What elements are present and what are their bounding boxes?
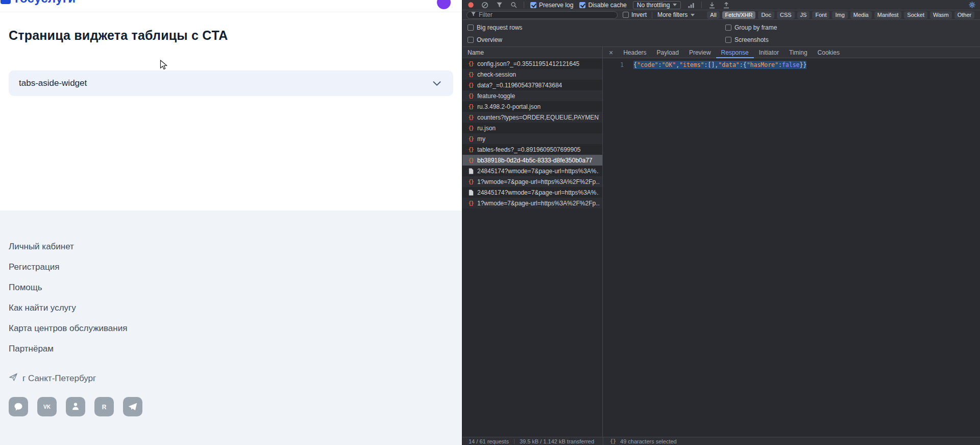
json-token: :	[778, 61, 782, 68]
filter-chip-all[interactable]: All	[707, 11, 719, 19]
checkbox[interactable]	[623, 12, 629, 18]
accordion-label: tabs-aside-widget	[19, 78, 87, 88]
network-request-row[interactable]: {}1?wmode=7&page-url=https%3A%2F%2Fp…	[462, 176, 602, 187]
messenger-icon[interactable]	[9, 397, 28, 416]
request-name: my	[477, 135, 485, 143]
vk-icon[interactable]: VK	[37, 397, 57, 416]
json-icon: {}	[468, 179, 474, 184]
footer-link[interactable]: Как найти услугу	[9, 303, 76, 313]
network-request-row[interactable]: {}counters?types=ORDER,EQUEUE,PAYMENT,G…	[462, 112, 602, 123]
network-request-row[interactable]: {}feature-toggle	[462, 90, 602, 101]
network-request-row[interactable]: {}ru.3.498.2-0-portal.json	[462, 101, 602, 112]
format-json-icon[interactable]: {}	[610, 438, 616, 444]
checkbox[interactable]	[530, 2, 536, 8]
network-option-screenshots[interactable]: Screenshots	[725, 34, 777, 46]
filter-chip-manifest[interactable]: Manifest	[874, 11, 902, 19]
settings-gear-icon[interactable]	[968, 1, 976, 9]
tab-response[interactable]: Response	[716, 47, 754, 58]
close-icon[interactable]: ×	[603, 49, 618, 57]
request-name: check-session	[477, 71, 516, 78]
devtools-panel: Preserve log Disable cache No throttling	[462, 0, 980, 445]
filter-chip-js[interactable]: JS	[797, 11, 810, 19]
network-request-row[interactable]: {}my	[462, 133, 602, 144]
network-filter-box[interactable]	[467, 11, 618, 19]
network-status: 14 / 61 requests 39.5 kB / 1.142 kB tran…	[462, 438, 594, 444]
footer-link[interactable]: Карта центров обслуживания	[9, 323, 127, 334]
filter-chip-doc[interactable]: Doc	[758, 11, 774, 19]
request-name: 1?wmode=7&page-url=https%3A%2F%2Fp…	[477, 178, 599, 185]
footer-link[interactable]: Партнёрам	[9, 344, 54, 354]
response-code-line[interactable]: {"code":"OK","items":[],"data":{"hasMore…	[633, 61, 806, 69]
divider	[652, 12, 652, 18]
network-request-row[interactable]: {}data?_=0.11960543798743684	[462, 80, 602, 90]
request-name: tables-feeds?_=0.8919609507699905	[477, 146, 581, 153]
json-token: "code"	[637, 61, 658, 68]
filter-chip-other[interactable]: Other	[954, 11, 975, 19]
tab-initiator[interactable]: Initiator	[754, 47, 784, 58]
network-request-row[interactable]: 24845174?wmode=7&page-url=https%3A%…	[462, 166, 602, 176]
request-name: bb38918b-0d2d-4b5c-8333-d8fe350b0a77	[477, 157, 593, 164]
site-logo[interactable]: госуслуги	[15, 0, 76, 6]
invert-checkbox[interactable]: Invert	[623, 11, 647, 18]
filter-chip-wasm[interactable]: Wasm	[930, 11, 952, 19]
footer-link[interactable]: Регистрация	[9, 262, 59, 272]
json-token: }}	[800, 61, 807, 68]
footer-link[interactable]: Личный кабинет	[9, 242, 74, 252]
network-option-group-by-frame[interactable]: Group by frame	[725, 21, 777, 34]
filter-chip-font[interactable]: Font	[812, 11, 829, 19]
filter-chip-fetchxhr[interactable]: Fetch/XHR	[722, 11, 756, 19]
more-filters-dropdown[interactable]: More filters	[657, 11, 695, 19]
json-icon: {}	[468, 147, 474, 152]
network-option-big-request-rows[interactable]: Big request rows	[468, 21, 522, 34]
throttling-select[interactable]: No throttling	[633, 1, 681, 9]
option-label: Overview	[477, 36, 502, 43]
network-request-row[interactable]: {}ru.json	[462, 123, 602, 133]
avatar[interactable]	[437, 0, 451, 9]
record-icon[interactable]	[467, 1, 475, 9]
network-request-row[interactable]: 24845174?wmode=7&page-url=https%3A%…	[462, 187, 602, 198]
network-request-row[interactable]: {}tables-feeds?_=0.8919609507699905	[462, 144, 602, 155]
location-row[interactable]: г Санкт-Петербург	[9, 372, 96, 384]
rutube-icon[interactable]: R	[94, 397, 114, 416]
export-har-icon[interactable]	[722, 1, 730, 9]
network-request-row[interactable]: {}check-session	[462, 69, 602, 80]
footer-link[interactable]: Помощь	[9, 283, 42, 293]
response-content[interactable]: 1 {"code":"OK","items":[],"data":{"hasMo…	[603, 58, 980, 437]
network-option-overview[interactable]: Overview	[468, 34, 522, 46]
checkbox[interactable]	[468, 25, 474, 31]
tab-cookies[interactable]: Cookies	[813, 47, 845, 58]
disable-cache-checkbox[interactable]: Disable cache	[579, 2, 626, 9]
filter-funnel-icon[interactable]	[495, 1, 503, 9]
filter-chip-media[interactable]: Media	[850, 11, 872, 19]
telegram-icon[interactable]	[123, 397, 142, 416]
tab-timing[interactable]: Timing	[784, 47, 813, 58]
chevron-down-icon	[673, 4, 677, 6]
transfer-summary: 39.5 kB / 1.142 kB transferred	[520, 438, 594, 444]
tab-preview[interactable]: Preview	[684, 47, 716, 58]
filter-chip-css[interactable]: CSS	[777, 11, 795, 19]
network-request-row[interactable]: {}bb38918b-0d2d-4b5c-8333-d8fe350b0a77	[462, 155, 602, 166]
import-har-icon[interactable]	[708, 1, 716, 9]
selection-summary: 49 characters selected	[620, 438, 677, 444]
network-request-row[interactable]: {}config.json?_=0.35511951412121645	[462, 58, 602, 69]
accordion-tabs-aside-widget[interactable]: tabs-aside-widget	[9, 71, 453, 96]
checkbox[interactable]	[468, 37, 474, 43]
json-token: :{	[740, 61, 747, 68]
checkbox[interactable]	[725, 25, 731, 31]
tab-payload[interactable]: Payload	[652, 47, 684, 58]
network-request-row[interactable]: {}1?wmode=7&page-url=https%3A%2F%2Fp…	[462, 198, 602, 208]
disable-cache-label: Disable cache	[588, 2, 626, 9]
clear-icon[interactable]	[481, 1, 489, 9]
filter-chip-img[interactable]: Img	[832, 11, 847, 19]
tab-headers[interactable]: Headers	[618, 47, 651, 58]
network-name-header[interactable]: Name	[462, 47, 602, 58]
checkbox[interactable]	[579, 2, 585, 8]
divider	[514, 439, 514, 444]
search-icon[interactable]	[509, 1, 518, 9]
ok-icon[interactable]	[66, 397, 85, 416]
filter-chip-socket[interactable]: Socket	[904, 11, 927, 19]
preserve-log-checkbox[interactable]: Preserve log	[530, 2, 573, 9]
checkbox[interactable]	[725, 37, 731, 43]
network-conditions-icon[interactable]	[687, 1, 695, 9]
filter-input[interactable]	[479, 11, 614, 18]
